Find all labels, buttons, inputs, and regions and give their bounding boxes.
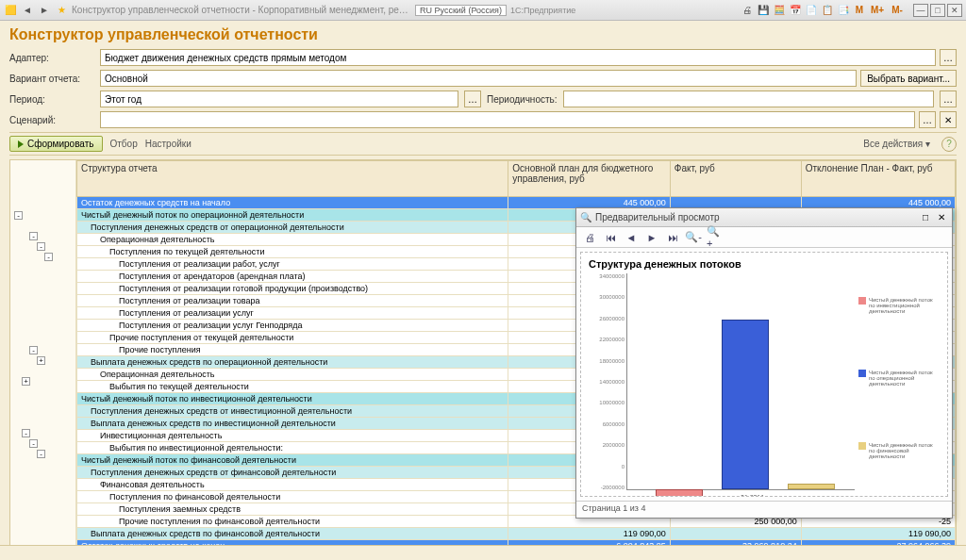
preview-body: Структура денежных потоков 3400000030000…	[580, 252, 948, 497]
chart: 3400000030000000260000002200000018000000…	[589, 273, 940, 490]
doc-icon[interactable]: 📄	[805, 4, 818, 17]
preview-toolbar: 🖨 ⏮ ◄ ► ⏭ 🔍- 🔍+	[576, 227, 952, 248]
preview-zoom-in-icon[interactable]: 🔍+	[707, 230, 722, 245]
titlebar: 🟨 ◄ ► ★ Конструктор управленческой отчет…	[0, 0, 966, 21]
run-label: Сформировать	[27, 139, 94, 149]
tree-toggle[interactable]: -	[29, 232, 38, 240]
period-label: Период:	[9, 94, 94, 105]
back-icon[interactable]: ◄	[21, 4, 34, 17]
col-plan[interactable]: Основной план для бюджетного управления,…	[508, 161, 671, 197]
chart-legend: Чистый денежный поток по инвестиционной …	[855, 273, 940, 490]
scenario-label: Сценарий:	[9, 115, 94, 125]
window-controls: — □ ✕	[913, 4, 962, 17]
periodicity-input[interactable]	[563, 91, 934, 107]
chart-title: Структура денежных потоков	[589, 258, 940, 270]
app-icon: 🟨	[4, 4, 17, 17]
preview-status: Страница 1 из 4	[576, 501, 952, 518]
tree-toggle[interactable]: +	[37, 356, 45, 365]
tree-toggle[interactable]: +	[22, 377, 30, 386]
scenario-clear-button[interactable]: ✕	[940, 111, 957, 128]
tree-toggle[interactable]: -	[14, 211, 23, 220]
calc-icon[interactable]: 🧮	[773, 4, 786, 17]
page-title: Конструктор управленческой отчетности	[9, 26, 957, 43]
col-structure[interactable]: Структура отчета	[77, 161, 508, 197]
preview-print-icon[interactable]: 🖨	[582, 230, 597, 245]
action-toolbar: Сформировать Отбор Настройки Все действи…	[9, 132, 957, 156]
filters-panel: Адаптер: … Вариант отчета: Выбрать вариа…	[9, 49, 957, 128]
scenario-select-button[interactable]: …	[919, 111, 936, 128]
preview-title: Предварительный просмотр	[595, 212, 916, 222]
toolbar-icons: 🖨 💾 🧮 📅 📄 📋 📑 M M+ M-	[741, 4, 906, 17]
preview-zoom-out-icon[interactable]: 🔍-	[686, 230, 701, 245]
variant-input[interactable]	[100, 70, 857, 87]
preview-next-icon[interactable]: ►	[644, 230, 659, 245]
variant-select-button[interactable]: Выбрать вариант...	[860, 70, 957, 87]
preview-last-icon[interactable]: ⏭	[665, 230, 680, 245]
adapter-label: Адаптер:	[9, 53, 94, 63]
scenario-input[interactable]	[100, 111, 915, 128]
m-plus-button[interactable]: M+	[869, 4, 886, 17]
outline-tree[interactable]: -----++---	[10, 160, 76, 560]
fwd-icon[interactable]: ►	[38, 4, 51, 17]
period-input[interactable]	[100, 91, 458, 107]
chart-yaxis: 3400000030000000260000002200000018000000…	[589, 273, 626, 490]
tree-toggle[interactable]: -	[37, 450, 45, 458]
adapter-input[interactable]	[100, 49, 936, 66]
col-delta[interactable]: Отклонение План - Факт, руб	[801, 161, 955, 197]
maximize-button[interactable]: □	[930, 4, 945, 17]
chart-bar-operational	[722, 320, 769, 489]
preview-titlebar[interactable]: 🔍 Предварительный просмотр □ ✕	[576, 208, 952, 227]
tree-toggle[interactable]: -	[44, 253, 53, 261]
periodicity-label: Периодичность:	[487, 94, 558, 105]
doc3-icon[interactable]: 📑	[837, 4, 850, 17]
run-button[interactable]: Сформировать	[9, 136, 103, 152]
m-minus-button[interactable]: M-	[889, 4, 906, 17]
period-select-button[interactable]: …	[464, 91, 481, 107]
calendar-icon[interactable]: 📅	[789, 4, 802, 17]
statusbar	[0, 545, 966, 560]
tree-toggle[interactable]: -	[29, 346, 38, 354]
variant-label: Вариант отчета:	[9, 74, 94, 84]
star-icon[interactable]: ★	[55, 4, 68, 17]
app-name: 1С:Предприятие	[510, 4, 575, 17]
tree-toggle[interactable]: -	[29, 439, 38, 448]
preview-close-button[interactable]: ✕	[935, 212, 948, 222]
help-button[interactable]: ?	[941, 137, 957, 152]
preview-icon: 🔍	[580, 212, 591, 222]
play-icon	[18, 140, 24, 148]
language-selector[interactable]: RU Русский (Россия)	[415, 5, 507, 16]
chart-bar-invest	[656, 489, 703, 497]
print-icon[interactable]: 🖨	[741, 4, 754, 17]
chart-bar-financial	[788, 484, 835, 489]
tree-toggle[interactable]: -	[37, 242, 45, 251]
col-fact[interactable]: Факт, руб	[670, 161, 801, 197]
close-button[interactable]: ✕	[947, 4, 962, 17]
save-icon[interactable]: 💾	[757, 4, 770, 17]
preview-prev-icon[interactable]: ◄	[624, 230, 639, 245]
table-row[interactable]: Выплата денежных средств по финансовой д…	[77, 528, 956, 540]
chart-plot: 01.2011	[626, 273, 855, 490]
tree-toggle[interactable]: -	[22, 429, 30, 437]
adapter-select-button[interactable]: …	[940, 49, 957, 66]
preview-maximize-button[interactable]: □	[920, 212, 931, 222]
m-button[interactable]: M	[853, 4, 866, 17]
periodicity-select-button[interactable]: …	[940, 91, 957, 107]
window-title: Конструктор управленческой отчетности - …	[72, 5, 411, 15]
filter-tab[interactable]: Отбор	[110, 139, 138, 149]
minimize-button[interactable]: —	[913, 4, 928, 17]
print-preview-window[interactable]: 🔍 Предварительный просмотр □ ✕ 🖨 ⏮ ◄ ► ⏭…	[575, 207, 953, 519]
doc2-icon[interactable]: 📋	[821, 4, 834, 17]
preview-first-icon[interactable]: ⏮	[603, 230, 618, 245]
chart-xlabel: 01.2011	[741, 494, 764, 497]
all-actions-menu[interactable]: Все действия ▾	[863, 139, 930, 149]
settings-tab[interactable]: Настройки	[145, 139, 192, 149]
